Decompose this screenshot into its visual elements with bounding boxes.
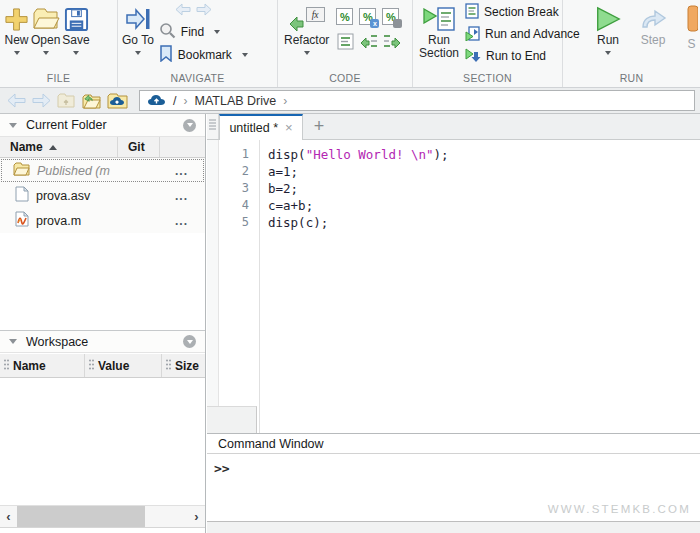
wrap-comments-icon[interactable]: % [382,8,399,25]
back-arrow-icon[interactable] [175,3,191,19]
drive-folder-icon[interactable] [107,93,128,109]
save-button[interactable]: Save [62,0,89,55]
ribbon-section-navigate: Go To Find [118,0,278,87]
smart-indent-icon[interactable] [336,32,355,51]
column-size[interactable]: Size [162,354,205,377]
workspace-columns: Name Value Size [0,354,205,378]
increase-indent-icon[interactable] [359,32,378,51]
comment-icon[interactable]: % [336,8,353,25]
sort-ascending-icon [49,145,57,150]
folder-up-icon[interactable] [57,93,75,108]
command-window[interactable]: >> WWW.STEMKB.COM [207,455,700,521]
line-number: 3 [219,180,249,197]
breadcrumb-chevron-icon: › [283,94,287,108]
forward-arrow-icon[interactable] [196,3,212,19]
section-break-icon [465,3,479,22]
chevron-down-icon [242,53,248,57]
chevron-down-icon [214,30,220,34]
chevron-down-icon [605,51,611,55]
file-section-label: FILE [0,72,117,84]
tab-strip-handle[interactable] [207,114,219,139]
refactor-fx-icon: fx [289,7,325,31]
refactor-button[interactable]: fx Refactor [284,0,329,55]
scroll-left-icon[interactable]: ‹ [0,506,17,527]
column-name[interactable]: Name [0,354,85,377]
file-row-prova-m[interactable]: prova.m ... [0,208,205,233]
chevron-down-icon [304,51,310,55]
new-button[interactable]: New [4,0,29,55]
navigate-section-label: NAVIGATE [118,72,277,84]
bookmark-icon [159,45,173,65]
stop-button-partial[interactable]: S [683,0,700,51]
row-actions-button[interactable]: ... [175,189,188,203]
file-icon [15,186,29,205]
new-plus-icon [4,4,29,34]
ribbon-section-code: fx Refactor % %x % CODE [278,0,413,87]
bookmark-button[interactable]: Bookmark [159,43,248,66]
bottom-strip [207,521,700,533]
goto-button[interactable]: Go To [122,0,154,55]
ribbon-section-run: Run Step S RUN [563,0,700,87]
editor-tabbar: untitled * × + [207,114,700,140]
column-git[interactable]: Git [118,137,160,157]
panel-menu-icon[interactable] [183,119,196,132]
section-section-label: SECTION [413,72,562,84]
uncomment-icon[interactable]: %x [359,8,376,25]
ribbon-toolbar: New Open Save FILE Go To [0,0,700,88]
chevron-down-icon [73,51,79,55]
line-number: 1 [219,146,249,163]
command-window-header[interactable]: Command Window [207,433,700,454]
run-to-end-icon [465,47,481,66]
code-editor[interactable]: 1 2 3 4 5 disp("Hello World! \n"); a=1; … [207,140,700,433]
stop-icon [686,5,698,35]
new-tab-button[interactable]: + [303,114,335,139]
run-button[interactable]: Run [593,0,623,55]
file-row-prova-asv[interactable]: prova.asv ... [0,183,205,208]
scrollbar-thumb[interactable] [17,506,145,527]
run-section-button[interactable]: Run Section [415,0,463,60]
open-folder-icon [32,4,60,34]
row-actions-button[interactable]: ... [175,214,188,228]
editor-margin-strip [207,140,219,433]
close-icon[interactable]: × [285,123,293,133]
decrease-indent-icon[interactable] [382,32,401,51]
row-actions-button[interactable]: ... [175,164,188,178]
browse-folder-icon[interactable] [81,93,101,109]
chevron-down-icon [14,51,20,55]
code-content[interactable]: disp("Hello World! \n"); a=1; b=2; c=a+b… [260,140,700,433]
code-icon-grid: % %x % [336,8,402,53]
folder-icon [13,162,30,179]
back-arrow-icon[interactable] [7,93,26,108]
column-blank[interactable] [160,137,205,157]
left-sidebar: Current Folder Name Git Published (m ...… [0,114,206,533]
scroll-right-icon[interactable]: › [188,506,205,527]
watermark-text: WWW.STEMKB.COM [548,503,691,515]
history-arrows [159,2,248,20]
horizontal-scrollbar[interactable]: ‹ › [0,505,205,528]
collapse-triangle-icon[interactable] [9,339,17,344]
column-value[interactable]: Value [85,354,162,377]
grip-dots-icon [166,359,171,373]
scrollbar-track[interactable] [17,506,188,527]
collapse-triangle-icon[interactable] [9,123,17,128]
step-arrow-icon [639,4,667,34]
breadcrumb-location[interactable]: MATLAB Drive [194,94,276,108]
address-bar[interactable]: / › MATLAB Drive › [139,90,695,111]
ribbon-section-section: Run Section Section Break Run and Advanc… [413,0,563,87]
step-button[interactable]: Step [639,0,667,47]
file-row-published[interactable]: Published (m ... [0,158,205,183]
badge-x-icon: x [370,19,379,28]
column-name[interactable]: Name [0,137,118,157]
find-button[interactable]: Find [159,20,248,43]
tab-title: untitled * [229,121,278,135]
run-and-advance-icon [465,25,480,44]
open-button[interactable]: Open [31,0,60,55]
code-section-label: CODE [278,72,412,84]
grip-dots-icon [4,359,9,373]
breadcrumb-root[interactable]: / [173,94,176,108]
tab-untitled[interactable]: untitled * × [219,114,303,140]
current-folder-header: Current Folder [0,114,205,137]
forward-arrow-icon[interactable] [32,93,51,108]
panel-menu-icon[interactable] [183,335,196,348]
workspace-header: Workspace [0,330,205,353]
